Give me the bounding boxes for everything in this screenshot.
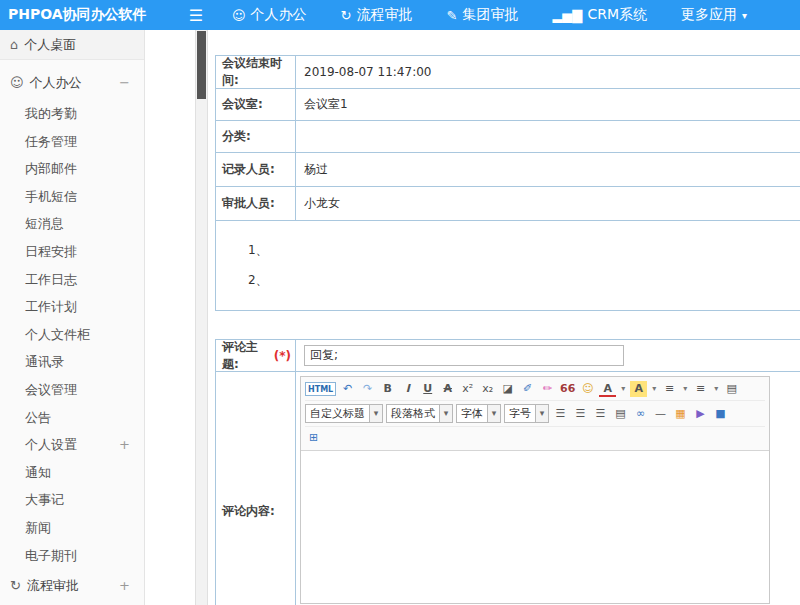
expand-icon[interactable]: + xyxy=(119,569,130,603)
sidebar-item-label: 个人桌面 xyxy=(24,30,76,60)
content-line: 2、 xyxy=(248,265,800,295)
align-right-icon[interactable]: ☰ xyxy=(592,406,609,422)
sidebar-item-label: 日程安排 xyxy=(25,238,77,266)
chevron-down-icon[interactable]: ▾ xyxy=(619,381,627,397)
app-body: ⌂ 个人桌面 ☺ 个人办公 − 我的考勤 任务管理 内部邮件 手机短信 xyxy=(0,30,800,605)
nav-personal-office[interactable]: ☺ 个人办公 xyxy=(232,6,307,24)
superscript-icon[interactable]: x² xyxy=(459,381,476,397)
strikethrough-icon[interactable]: A xyxy=(439,381,456,397)
redo-icon[interactable]: ↷ xyxy=(359,381,376,397)
horizontal-rule-icon[interactable]: — xyxy=(652,406,669,422)
sidebar-item-news[interactable]: 新闻 xyxy=(0,514,144,542)
sidebar-item-short-message[interactable]: 短消息 xyxy=(0,210,144,238)
video-icon[interactable]: ▶ xyxy=(692,406,709,422)
sidebar-group-label: 流程审批 xyxy=(27,569,79,603)
font-color-icon[interactable]: A xyxy=(599,382,616,397)
field-label: 会议结束时间: xyxy=(216,56,296,88)
comment-subject-input[interactable] xyxy=(304,345,624,366)
chevron-down-icon[interactable]: ▾ xyxy=(650,381,658,397)
align-center-icon[interactable]: ☰ xyxy=(572,406,589,422)
vertical-scrollbar[interactable] xyxy=(195,30,208,605)
sidebar-item-label: 工作日志 xyxy=(25,266,77,294)
sidebar-item-file-cabinet[interactable]: 个人文件柜 xyxy=(0,321,144,349)
nav-crm[interactable]: ▂▅▇ CRM系统 xyxy=(552,6,647,24)
custom-title-dropdown[interactable]: 自定义标题 ▾ xyxy=(305,404,383,423)
sidebar-submenu: 我的考勤 任务管理 内部邮件 手机短信 短消息 日程安排 工作日志 工作计划 xyxy=(0,100,144,569)
sidebar-item-desktop[interactable]: ⌂ 个人桌面 xyxy=(0,30,144,60)
bold-icon[interactable]: B xyxy=(379,381,396,397)
ordered-list-icon[interactable]: ≡ xyxy=(661,381,678,397)
nav-label: 个人办公 xyxy=(251,6,307,24)
dropdown-label: 字号 xyxy=(505,406,535,421)
toolbar-row-3: ⊞ xyxy=(305,426,765,449)
menu-toggle-icon[interactable]: ☰ xyxy=(186,6,206,25)
flow-icon: ↻ xyxy=(10,569,21,603)
sidebar-item-label: 通知 xyxy=(25,459,51,487)
chevron-down-icon[interactable]: ▾ xyxy=(712,381,720,397)
paragraph-format-dropdown[interactable]: 段落格式 ▾ xyxy=(386,404,453,423)
underline-icon[interactable]: U xyxy=(419,381,436,397)
sidebar-item-work-log[interactable]: 工作日志 xyxy=(0,266,144,294)
chevron-down-icon: ▾ xyxy=(439,405,452,422)
sidebar-item-tasks[interactable]: 任务管理 xyxy=(0,128,144,156)
table-row: 会议室: 会议室1 xyxy=(216,89,800,121)
sidebar-item-work-plan[interactable]: 工作计划 xyxy=(0,293,144,321)
sidebar-item-label: 任务管理 xyxy=(25,128,77,156)
sidebar-item-internal-mail[interactable]: 内部邮件 xyxy=(0,155,144,183)
nav-more-apps[interactable]: 更多应用 ▾ xyxy=(681,6,747,24)
sidebar-item-announcement[interactable]: 公告 xyxy=(0,404,144,432)
image-icon[interactable]: ▦ xyxy=(672,406,689,422)
scrollbar-thumb[interactable] xyxy=(197,31,206,99)
undo-icon[interactable]: ↶ xyxy=(339,381,356,397)
collapse-icon[interactable]: − xyxy=(119,66,130,100)
eraser-icon[interactable]: ◪ xyxy=(499,381,516,397)
blockquote-icon[interactable]: 66 xyxy=(559,381,576,397)
format-painter-icon[interactable]: ✐ xyxy=(519,381,536,397)
sidebar-item-contacts[interactable]: 通讯录 xyxy=(0,348,144,376)
align-justify-icon[interactable]: ▤ xyxy=(612,406,629,422)
unordered-list-icon[interactable]: ≡ xyxy=(692,381,709,397)
sidebar-group-workflow-approval[interactable]: ↻ 流程审批 + xyxy=(0,569,144,603)
content-line: 1、 xyxy=(248,235,800,265)
background-color-icon[interactable]: A xyxy=(630,381,647,397)
paste-icon[interactable]: ▤ xyxy=(723,381,740,397)
field-label: 审批人员: xyxy=(216,187,296,220)
required-mark: (*) xyxy=(274,349,291,363)
chevron-down-icon: ▾ xyxy=(535,405,548,422)
person-icon: ☺ xyxy=(10,66,24,100)
sidebar-group-personal-office[interactable]: ☺ 个人办公 − xyxy=(0,66,144,100)
table-row: 记录人员: 杨过 xyxy=(216,153,800,187)
insert-table-icon[interactable]: ⊞ xyxy=(305,430,322,446)
highlighter-icon[interactable]: ✏ xyxy=(539,381,556,397)
sidebar-item-schedule[interactable]: 日程安排 xyxy=(0,238,144,266)
map-icon[interactable]: ■ xyxy=(712,406,729,422)
sidebar-item-meeting-management[interactable]: 会议管理 xyxy=(0,376,144,404)
sidebar-item-personal-settings[interactable]: 个人设置 + xyxy=(0,431,144,459)
font-size-dropdown[interactable]: 字号 ▾ xyxy=(504,404,549,423)
sidebar-item-notice[interactable]: 通知 xyxy=(0,459,144,487)
nav-group-approval[interactable]: ✎ 集团审批 xyxy=(446,6,518,24)
subscript-icon[interactable]: x₂ xyxy=(479,381,496,397)
sidebar-item-label: 会议管理 xyxy=(25,376,77,404)
sidebar-item-e-journal[interactable]: 电子期刊 xyxy=(0,542,144,570)
sidebar-item-label: 短消息 xyxy=(25,210,64,238)
html-source-button[interactable]: HTML xyxy=(305,382,336,396)
nav-workflow-approval[interactable]: ↻ 流程审批 xyxy=(341,6,413,24)
sidebar-item-mobile-sms[interactable]: 手机短信 xyxy=(0,183,144,211)
field-label: 记录人员: xyxy=(216,153,296,186)
sidebar: ⌂ 个人桌面 ☺ 个人办公 − 我的考勤 任务管理 内部邮件 手机短信 xyxy=(0,30,145,605)
sidebar-item-label: 个人设置 xyxy=(25,431,77,459)
chevron-down-icon[interactable]: ▾ xyxy=(681,381,689,397)
italic-icon[interactable]: I xyxy=(399,381,416,397)
align-left-icon[interactable]: ☰ xyxy=(552,406,569,422)
editor-content-area[interactable] xyxy=(301,451,769,603)
table-row: 会议结束时间: 2019-08-07 11:47:00 xyxy=(216,56,800,89)
comment-subject-label: 评论主题: (*) xyxy=(216,340,296,371)
link-icon[interactable]: ∞ xyxy=(632,406,649,422)
sidebar-item-attendance[interactable]: 我的考勤 xyxy=(0,100,144,128)
rich-text-editor: HTML ↶ ↷ B I U A x² x₂ ◪ ✐ xyxy=(300,376,770,604)
expand-icon[interactable]: + xyxy=(119,431,130,459)
emotion-icon[interactable]: ☺ xyxy=(579,381,596,397)
sidebar-item-memorabilia[interactable]: 大事记 xyxy=(0,486,144,514)
font-family-dropdown[interactable]: 字体 ▾ xyxy=(456,404,501,423)
